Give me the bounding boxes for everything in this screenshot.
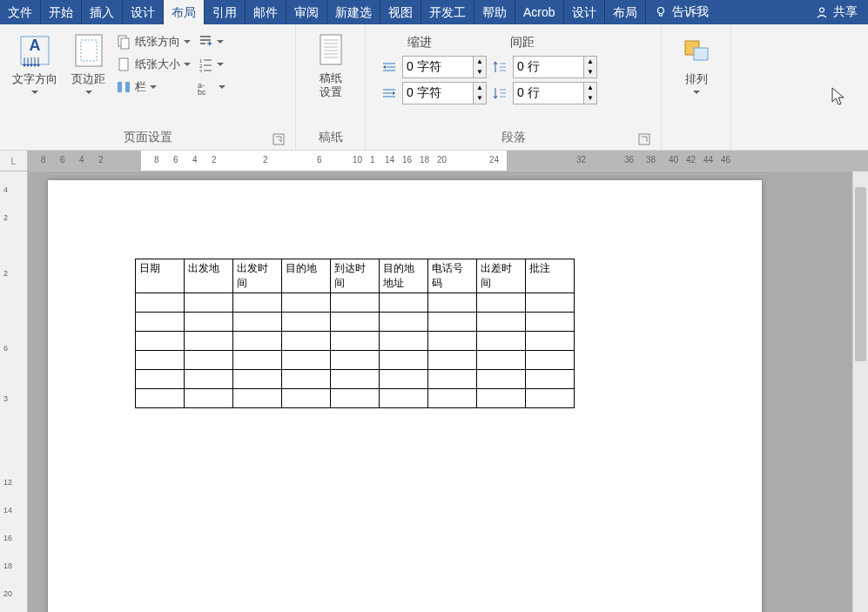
table-cell[interactable]	[136, 370, 185, 389]
tab-newtab[interactable]: 新建选	[327, 0, 380, 24]
table-cell[interactable]	[331, 293, 380, 313]
table-cell[interactable]	[526, 293, 575, 313]
table-cell[interactable]	[233, 293, 282, 313]
table-cell[interactable]	[526, 332, 575, 351]
table-cell[interactable]	[136, 389, 185, 408]
table-cell[interactable]	[331, 313, 380, 332]
table-cell[interactable]	[477, 313, 526, 332]
text-direction-button[interactable]: A 文字方向	[9, 30, 61, 98]
table-cell[interactable]	[233, 332, 282, 351]
table-cell[interactable]	[380, 370, 428, 389]
table-cell[interactable]	[477, 293, 526, 313]
table-cell[interactable]	[526, 389, 575, 408]
tell-me-search[interactable]: 告诉我	[646, 4, 717, 20]
table-header-cell[interactable]: 目的地地址	[380, 259, 428, 293]
table-cell[interactable]	[233, 351, 282, 370]
tab-layout2[interactable]: 布局	[605, 0, 646, 24]
hyphenation-button[interactable]: a-bc	[198, 77, 225, 98]
tab-references[interactable]: 引用	[205, 0, 246, 24]
table-cell[interactable]	[185, 389, 233, 408]
table-cell[interactable]	[380, 313, 428, 332]
tab-mailings[interactable]: 邮件	[246, 0, 286, 24]
table-cell[interactable]	[185, 370, 233, 389]
table-cell[interactable]	[428, 351, 477, 370]
spinner-down-icon[interactable]: ▼	[584, 93, 596, 104]
document-table[interactable]: 日期出发地出发时间目的地到达时间目的地地址电话号码出差时间批注	[135, 259, 575, 408]
table-cell[interactable]	[136, 293, 185, 313]
table-cell[interactable]	[331, 332, 380, 351]
margins-button[interactable]: 页边距	[68, 30, 109, 98]
table-cell[interactable]	[331, 351, 380, 370]
table-cell[interactable]	[331, 370, 380, 389]
table-cell[interactable]	[282, 313, 331, 332]
tab-layout[interactable]: 布局	[164, 0, 205, 24]
table-cell[interactable]	[526, 313, 575, 332]
table-cell[interactable]	[526, 351, 575, 370]
tab-view[interactable]: 视图	[380, 0, 421, 24]
dialog-launcher-icon[interactable]	[273, 133, 285, 145]
table-cell[interactable]	[233, 313, 282, 332]
line-numbers-button[interactable]: 123	[198, 54, 225, 75]
tab-design[interactable]: 设计	[123, 0, 164, 24]
orientation-button[interactable]: 纸张方向	[116, 31, 191, 52]
tab-design2[interactable]: 设计	[564, 0, 605, 24]
size-button[interactable]: 纸张大小	[116, 54, 191, 75]
table-cell[interactable]	[380, 293, 428, 313]
tab-help[interactable]: 帮助	[474, 0, 515, 24]
document-scroll[interactable]: 日期出发地出发时间目的地到达时间目的地地址电话号码出差时间批注	[28, 171, 852, 612]
horizontal-ruler[interactable]: 8642261011416182024323638404244468642	[28, 151, 868, 171]
tab-acrobat[interactable]: Acrob	[515, 0, 564, 24]
table-cell[interactable]	[428, 313, 477, 332]
table-cell[interactable]	[185, 313, 233, 332]
arrange-button[interactable]: 排列	[678, 30, 715, 98]
table-header-cell[interactable]: 电话号码	[428, 259, 477, 293]
table-cell[interactable]	[136, 332, 185, 351]
table-cell[interactable]	[477, 351, 526, 370]
vertical-ruler[interactable]: 422631214161820	[0, 171, 28, 612]
spinner-down-icon[interactable]: ▼	[474, 93, 486, 104]
table-cell[interactable]	[477, 370, 526, 389]
tab-insert[interactable]: 插入	[82, 0, 123, 24]
table-cell[interactable]	[331, 389, 380, 408]
table-header-cell[interactable]: 目的地	[282, 259, 331, 293]
table-header-cell[interactable]: 出差时间	[477, 259, 526, 293]
spacing-after-input[interactable]: ▲▼	[513, 82, 597, 104]
spacing-after-field[interactable]	[514, 84, 583, 103]
manuscript-button[interactable]: 稿纸 设置	[313, 30, 348, 102]
spinner-down-icon[interactable]: ▼	[474, 67, 486, 77]
columns-button[interactable]: 栏	[116, 77, 191, 98]
share-button[interactable]: 共享	[805, 4, 868, 20]
table-cell[interactable]	[136, 351, 185, 370]
table-cell[interactable]	[185, 293, 233, 313]
table-cell[interactable]	[185, 351, 233, 370]
indent-right-field[interactable]	[403, 84, 473, 103]
table-cell[interactable]	[282, 332, 331, 351]
table-header-cell[interactable]: 出发时间	[233, 259, 282, 293]
spinner-up-icon[interactable]: ▲	[584, 83, 596, 93]
table-cell[interactable]	[282, 293, 331, 313]
indent-right-input[interactable]: ▲▼	[402, 82, 487, 104]
table-cell[interactable]	[428, 389, 477, 408]
table-cell[interactable]	[477, 332, 526, 351]
table-cell[interactable]	[282, 370, 331, 389]
tab-file[interactable]: 文件	[0, 0, 41, 24]
table-header-cell[interactable]: 日期	[136, 259, 185, 293]
table-cell[interactable]	[477, 389, 526, 408]
spinner-up-icon[interactable]: ▲	[474, 57, 486, 67]
table-header-cell[interactable]: 到达时间	[331, 259, 380, 293]
table-header-cell[interactable]: 批注	[526, 259, 575, 293]
table-cell[interactable]	[428, 293, 477, 313]
indent-left-field[interactable]	[403, 57, 473, 77]
indent-left-input[interactable]: ▲▼	[402, 56, 487, 78]
spacing-before-field[interactable]	[514, 57, 583, 77]
table-cell[interactable]	[380, 351, 428, 370]
vertical-scrollbar[interactable]	[852, 171, 868, 612]
spinner-up-icon[interactable]: ▲	[584, 57, 596, 67]
table-cell[interactable]	[526, 370, 575, 389]
table-cell[interactable]	[428, 332, 477, 351]
spinner-up-icon[interactable]: ▲	[474, 83, 486, 93]
scrollbar-thumb[interactable]	[855, 187, 866, 361]
table-cell[interactable]	[233, 389, 282, 408]
spacing-before-input[interactable]: ▲▼	[513, 56, 597, 78]
table-header-cell[interactable]: 出发地	[185, 259, 233, 293]
